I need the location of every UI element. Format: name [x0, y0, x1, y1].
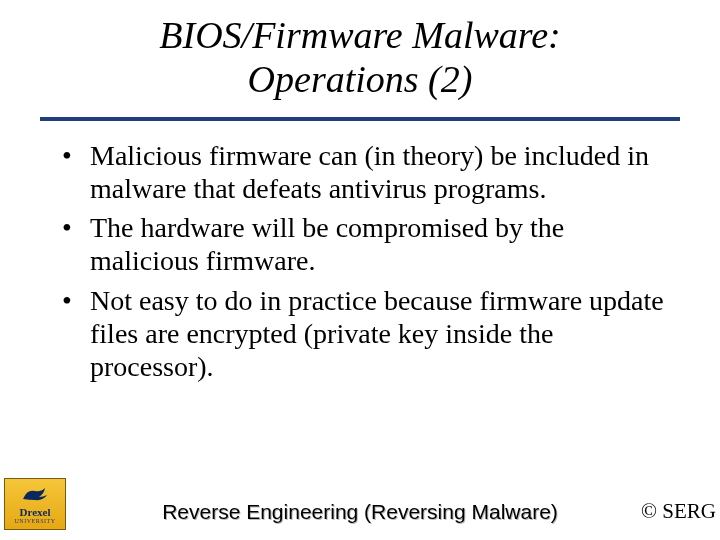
slide-title: BIOS/Firmware Malware: Operations (2) [0, 0, 720, 111]
copyright-text: © SERG [641, 499, 716, 524]
bullet-item: • The hardware will be compromised by th… [60, 211, 670, 277]
slide-body: • Malicious firmware can (in theory) be … [0, 139, 720, 382]
bullet-text: Not easy to do in practice because firmw… [90, 284, 670, 383]
bullet-dot-icon: • [60, 211, 90, 277]
bullet-text: Malicious firmware can (in theory) be in… [90, 139, 670, 205]
title-line-2: Operations (2) [248, 58, 473, 100]
bullet-dot-icon: • [60, 139, 90, 205]
bullet-dot-icon: • [60, 284, 90, 383]
title-line-1: BIOS/Firmware Malware: [159, 14, 560, 56]
title-divider [40, 117, 680, 121]
bullet-item: • Malicious firmware can (in theory) be … [60, 139, 670, 205]
bullet-text: The hardware will be compromised by the … [90, 211, 670, 277]
slide-footer: Drexel UNIVERSITY Reverse Engineering (R… [0, 478, 720, 534]
footer-title: Reverse Engineering (Reversing Malware) [0, 500, 720, 524]
bullet-item: • Not easy to do in practice because fir… [60, 284, 670, 383]
